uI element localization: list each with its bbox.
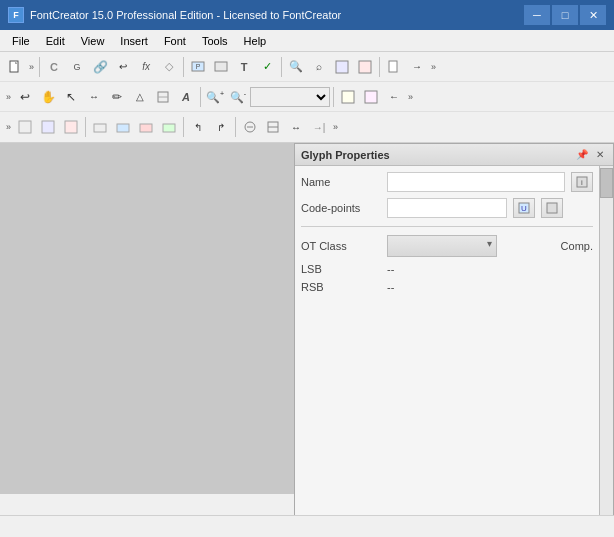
tb-edit[interactable]: △ (129, 86, 151, 108)
tb3-b7[interactable] (158, 116, 180, 138)
tb-arrow[interactable]: ↩ (112, 56, 134, 78)
glyph-panel-header: Glyph Properties 📌 ✕ (295, 144, 613, 166)
tb-img3[interactable] (331, 56, 353, 78)
tb3-b10[interactable] (239, 116, 261, 138)
rsb-label: RSB (301, 281, 381, 293)
separator-9 (235, 117, 236, 137)
tb-new2[interactable] (383, 56, 405, 78)
separator-7 (85, 117, 86, 137)
tb-img4[interactable] (354, 56, 376, 78)
codepoints-input[interactable] (387, 198, 507, 218)
tb-search1[interactable]: 🔍 (285, 56, 307, 78)
tb-arrow-l[interactable]: ← (383, 86, 405, 108)
toolbar-overflow-1b[interactable]: » (429, 62, 438, 72)
tb3-b11[interactable] (262, 116, 284, 138)
menu-help[interactable]: Help (236, 33, 275, 49)
minimize-button[interactable]: ─ (524, 5, 550, 25)
title-bar: F FontCreator 15.0 Professional Edition … (0, 0, 614, 30)
glyph-scrollbar[interactable] (599, 166, 613, 515)
ot-class-select-wrap (387, 235, 497, 257)
status-bar (0, 515, 614, 537)
ot-class-label: OT Class (301, 240, 381, 252)
tb3-b3[interactable] (60, 116, 82, 138)
lsb-row: LSB -- (301, 263, 593, 275)
tb-icon-c[interactable]: C (43, 56, 65, 78)
tb3-b12[interactable]: ↔ (285, 116, 307, 138)
separator-5 (200, 87, 201, 107)
svg-rect-11 (365, 91, 377, 103)
window-controls: ─ □ ✕ (524, 5, 606, 25)
toolbar-row-2: » ↩ ✋ ↖ ↔ ✏ △ A 🔍+ 🔍- ← » (0, 82, 614, 112)
svg-rect-10 (342, 91, 354, 103)
codepoints-btn1[interactable]: U (513, 198, 535, 218)
tb3-b13[interactable]: →| (308, 116, 330, 138)
tb-img5[interactable] (152, 86, 174, 108)
svg-rect-18 (163, 124, 175, 132)
svg-rect-13 (42, 121, 54, 133)
tb3-b1[interactable] (14, 116, 36, 138)
menu-file[interactable]: File (4, 33, 38, 49)
tb-arrow-r[interactable]: → (406, 56, 428, 78)
menu-tools[interactable]: Tools (194, 33, 236, 49)
ot-class-row: OT Class Comp. (301, 235, 593, 257)
tb3-b9[interactable]: ↱ (210, 116, 232, 138)
toolbar-overflow-3a[interactable]: » (4, 122, 13, 132)
tb-link[interactable]: 🔗 (89, 56, 111, 78)
tb-search2[interactable]: ⌕ (308, 56, 330, 78)
tb-img1[interactable]: P (187, 56, 209, 78)
work-area[interactable] (0, 143, 294, 494)
pin-button[interactable]: 📌 (575, 148, 589, 162)
svg-rect-15 (94, 124, 106, 132)
tb-cursor[interactable]: ↖ (60, 86, 82, 108)
scrollbar-thumb[interactable] (600, 168, 613, 198)
svg-rect-14 (65, 121, 77, 133)
tb-img7[interactable] (360, 86, 382, 108)
toolbar-overflow-1[interactable]: » (27, 62, 36, 72)
tb-new[interactable] (4, 56, 26, 78)
menu-insert[interactable]: Insert (112, 33, 156, 49)
maximize-button[interactable]: □ (552, 5, 578, 25)
tb3-b4[interactable] (89, 116, 111, 138)
tb-check[interactable]: ✓ (256, 56, 278, 78)
separator-2 (183, 57, 184, 77)
tb-undo[interactable]: ↩ (14, 86, 36, 108)
tb-img6[interactable] (337, 86, 359, 108)
separator-6 (333, 87, 334, 107)
svg-rect-25 (547, 203, 557, 213)
toolbar-overflow-3b[interactable]: » (331, 122, 340, 132)
menu-view[interactable]: View (73, 33, 113, 49)
tb-zoom-in[interactable]: 🔍+ (204, 86, 226, 108)
toolbar-overflow-2b[interactable]: » (406, 92, 415, 102)
name-input[interactable] (387, 172, 565, 192)
tb-img2[interactable] (210, 56, 232, 78)
codepoints-btn2[interactable] (541, 198, 563, 218)
glyph-close-button[interactable]: ✕ (593, 148, 607, 162)
tb-zoom-out[interactable]: 🔍- (227, 86, 249, 108)
ot-class-select[interactable] (387, 235, 497, 257)
tb3-b8[interactable]: ↰ (187, 116, 209, 138)
tb-diamond[interactable]: ◇ (158, 56, 180, 78)
toolbar-container: » C G 🔗 ↩ fx ◇ P T ✓ 🔍 ⌕ → » » (0, 52, 614, 143)
zoom-dropdown[interactable] (250, 87, 330, 107)
toolbar-overflow-2a[interactable]: » (4, 92, 13, 102)
svg-rect-12 (19, 121, 31, 133)
tb3-b2[interactable] (37, 116, 59, 138)
tb-pen[interactable]: ✏ (106, 86, 128, 108)
tb3-b5[interactable] (112, 116, 134, 138)
tb-fx[interactable]: fx (135, 56, 157, 78)
menu-font[interactable]: Font (156, 33, 194, 49)
tb-pan[interactable]: ✋ (37, 86, 59, 108)
name-row: Name i (301, 172, 593, 192)
name-icon-btn[interactable]: i (571, 172, 593, 192)
svg-rect-4 (215, 62, 227, 71)
tb-size[interactable]: ↔ (83, 86, 105, 108)
app-icon: F (8, 7, 24, 23)
tb-text3[interactable]: A (175, 86, 197, 108)
svg-rect-5 (336, 61, 348, 73)
tb-icon-g[interactable]: G (66, 56, 88, 78)
tb-text1[interactable]: T (233, 56, 255, 78)
close-button[interactable]: ✕ (580, 5, 606, 25)
main-area: Glyph Properties 📌 ✕ Name i Code-points (0, 143, 614, 516)
menu-edit[interactable]: Edit (38, 33, 73, 49)
tb3-b6[interactable] (135, 116, 157, 138)
